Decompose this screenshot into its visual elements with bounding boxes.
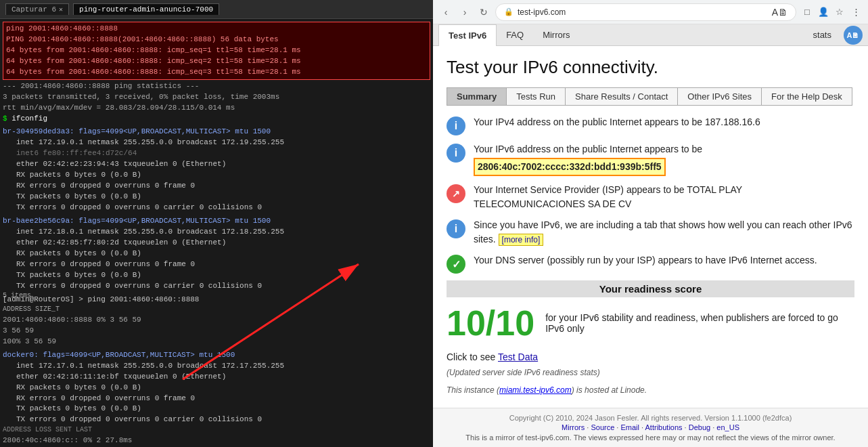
iface-br2-ether: ether 02:42:85:f7:80:2d txqueuelen 0 (Et… [3, 238, 430, 249]
test-data-line: Click to see Test Data [447, 352, 854, 362]
lock-icon: 🔒 [504, 7, 513, 16]
footer-mirror-note: This is a mirror of test-ipv6.com. The v… [441, 433, 860, 442]
browser-chrome: ‹ › ↻ 🔒 test-ipv6.com A🗎 □ 👤 ☆ ⋮ [433, 0, 868, 24]
iface-br1-inet6: inet6 fe80::ff:fee4:d72c/64 [3, 148, 430, 159]
site-nav-tab-mirrors[interactable]: Mirrors [533, 24, 579, 46]
iface-docker0-tx: TX packets 0 bytes 0 (0.0 B) [3, 404, 430, 414]
info-icon-ipv6: i [447, 144, 465, 163]
site-footer: Copyright (C) 2010, 2024 Jason Fesler. A… [433, 408, 868, 447]
content-tabs: Summary Tests Run Share Results / Contac… [447, 87, 852, 106]
extensions-icon[interactable]: □ [800, 5, 814, 19]
info-icon-dns: ✓ [447, 255, 465, 274]
content-tab-helpdesk[interactable]: For the Help Desk [762, 88, 852, 105]
iface-br1-ether: ether 02:42:e2:23:94:43 txqueuelen 0 (Et… [3, 159, 430, 170]
iface-br2-rxerr: RX errors 0 dropped 0 overruns 0 frame 0 [3, 259, 430, 270]
loss-row-1: 2806:40c:4860:c:: 0% 2 27.8ms [3, 435, 430, 446]
page-title: Test your IPv6 connectivity. [447, 57, 854, 78]
profile-icon[interactable]: 👤 [817, 5, 830, 19]
iface-br1-rxerr: RX errors 0 dropped 0 overruns 0 frame 0 [3, 181, 430, 192]
info-item-dns: ✓ Your DNS server (possibly run by your … [447, 253, 854, 274]
site-nav: Test IPv6 FAQ Mirrors stats A🗎 [433, 24, 868, 46]
footer-links: Mirrors · Source · Email · Attributions … [441, 423, 860, 431]
ping-reply-1: 64 bytes from 2001:4860:4860::8888: icmp… [6, 45, 427, 56]
footer-source-link[interactable]: Source [591, 423, 614, 431]
more-info-link[interactable]: [more info] [499, 234, 544, 246]
table-row-1: 2001:4860:4860::8888 0% 3 56 59 [3, 315, 430, 326]
star-icon[interactable]: ☆ [833, 5, 846, 19]
forward-button[interactable]: › [457, 5, 472, 20]
info-icon-tab: i [447, 219, 465, 238]
browser-toolbar: □ 👤 ☆ ⋮ [800, 5, 863, 19]
menu-icon[interactable]: ⋮ [849, 5, 863, 19]
address-bar[interactable]: 🔒 test-ipv6.com A🗎 [495, 3, 796, 21]
footer-lang-link[interactable]: en_US [716, 423, 739, 431]
readiness-score: 10/10 [447, 303, 534, 343]
info-item-ipv4: i Your IPv4 address on the public Intern… [447, 115, 854, 135]
routeros-cmd: [admin@RouterOS] > ping 2001:4860:4860::… [3, 295, 430, 305]
close-tab-icon[interactable]: ✕ [59, 5, 63, 14]
content-tab-share[interactable]: Share Results / Contact [566, 88, 678, 105]
updated-line: (Updated server side IPv6 readiness stat… [447, 368, 854, 377]
iface-docker0-rx: RX packets 0 bytes 0 (0.0 B) [3, 383, 430, 393]
terminal-tab-capturar[interactable]: Capturar 6 ✕ [5, 3, 69, 15]
table-row-2: 3 56 59 [3, 326, 430, 337]
back-button[interactable]: ‹ [438, 5, 453, 20]
info-text-ipv4: Your IPv4 address on the public Internet… [474, 115, 760, 129]
content-tab-other[interactable]: Other IPv6 Sites [678, 88, 762, 105]
info-icon-isp: ↗ [447, 184, 465, 203]
ping-init-line: PING 2001:4860:4860::8888(2001:4860:4860… [6, 35, 427, 45]
ipv6-address-highlight: 2806:40c:7002:cccc:332d:bdd1:939b:5ff5 [474, 158, 666, 176]
terminal-pane: Capturar 6 ✕ ping-router-admin-anuncio-7… [0, 0, 433, 447]
info-icon-ipv4: i [447, 116, 465, 135]
rtt-line: rtt min/avg/max/mdev = 28.083/28.094/28.… [3, 103, 430, 114]
footer-debug-link[interactable]: Debug [689, 423, 710, 431]
readiness-description: for your IPv6 stability and readiness, w… [545, 312, 854, 334]
info-item-tab: i Since you have IPv6, we are including … [447, 218, 854, 247]
reload-button[interactable]: ↻ [476, 5, 491, 20]
iface-br2-tx: TX packets 0 bytes 0 (0.0 B) [3, 270, 430, 281]
iface-br2-inet: inet 172.18.0.1 netmask 255.255.0.0 broa… [3, 227, 430, 238]
iface-br2-txerr: TX errors 0 dropped 0 overruns 0 carrier… [3, 281, 430, 292]
ping-cmd-line: ping 2001:4860:4860::8888 [6, 24, 427, 35]
iface-br1-tx: TX packets 0 bytes 0 (0.0 B) [3, 192, 430, 203]
site-nav-tab-faq[interactable]: FAQ [497, 24, 533, 46]
readiness-body: 10/10 for your IPv6 stability and readin… [447, 303, 854, 343]
iface-br2-name: br-baee2be56c9a: flags=4099<UP,BROADCAST… [3, 216, 430, 227]
iface-br1-inet: inet 172.19.0.1 netmask 255.255.0.0 broa… [3, 137, 430, 148]
site-nav-stats[interactable]: stats [804, 27, 841, 43]
terminal-top-bar: Capturar 6 ✕ ping-router-admin-anuncio-7… [0, 0, 433, 19]
footer-copyright: Copyright (C) 2010, 2024 Jason Fesler. A… [441, 414, 860, 422]
info-text-dns: Your DNS server (possibly run by your IS… [474, 253, 817, 268]
ping-reply-3: 64 bytes from 2001:4860:4860::8888: icmp… [6, 67, 427, 78]
content-tab-summary[interactable]: Summary [447, 88, 507, 105]
footer-attributions-link[interactable]: Attributions [645, 423, 683, 431]
translate-button[interactable]: A🗎 [844, 26, 863, 45]
packets-line: 3 packets transmitted, 3 received, 0% pa… [3, 92, 430, 103]
test-data-link[interactable]: Test Data [498, 352, 538, 362]
iface-br1-txerr: TX errors 0 dropped 0 overruns 0 carrier… [3, 203, 430, 213]
iface-br2-rx: RX packets 0 bytes 0 (0.0 B) [3, 249, 430, 259]
info-text-tab: Since you have IPv6, we are including a … [474, 218, 854, 247]
info-text-isp: Your Internet Service Provider (ISP) app… [474, 183, 854, 211]
site-content: Test your IPv6 connectivity. Summary Tes… [433, 46, 868, 408]
terminal-content: ping 2001:4860:4860::8888 PING 2001:4860… [0, 19, 433, 447]
iface-docker0-txerr: TX errors 0 dropped 0 overruns 0 carrier… [3, 414, 430, 425]
table-row-3: 100% 3 56 59 [3, 337, 430, 347]
iface-br1-rx: RX packets 0 bytes 0 (0.0 B) [3, 170, 430, 181]
content-tab-tests-run[interactable]: Tests Run [507, 88, 566, 105]
footer-email-link[interactable]: Email [620, 423, 639, 431]
miami-link[interactable]: miami.test-ipv6.com [499, 385, 572, 395]
iface-docker0-name: docker0: flags=4099<UP,BROADCAST,MULTICA… [3, 350, 430, 361]
stats-header: --- 2001:4860:4860::8888 ping statistics… [3, 81, 430, 92]
footer-mirrors-link[interactable]: Mirrors [562, 423, 585, 431]
iface-br1-name: br-304959ded3a3: flags=4099<UP,BROADCAST… [3, 127, 430, 137]
site-nav-tab-ipv6[interactable]: Test IPv6 [438, 24, 497, 46]
iface-docker0-inet: inet 172.17.0.1 netmask 255.255.0.0 broa… [3, 361, 430, 372]
readiness-header: Your readiness score [447, 280, 854, 297]
table-header: ADDRESS SIZE_T [3, 305, 430, 315]
hosted-line: This instance (miami.test-ipv6.com) is h… [447, 385, 854, 395]
translate-icon[interactable]: A🗎 [772, 7, 787, 18]
terminal-tab-ping[interactable]: ping-router-admin-anuncio-7000 [73, 3, 219, 15]
info-text-ipv6: Your IPv6 address on the public Internet… [474, 142, 702, 176]
loss-table-header: ADDRESS LOSS SENT LAST [3, 425, 430, 435]
